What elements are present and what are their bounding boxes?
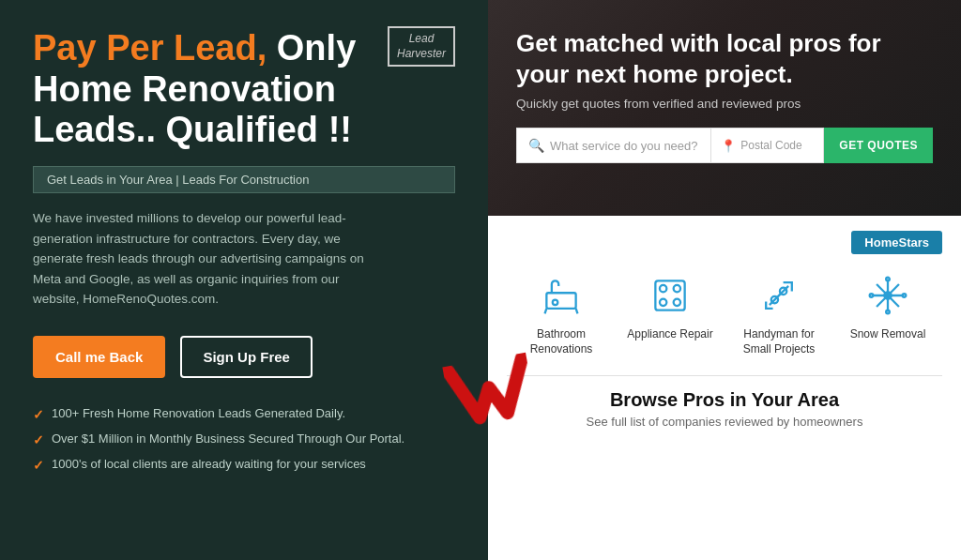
right-hero: Get matched with local pros for your nex… [488, 0, 961, 216]
vs-arrow-container [442, 353, 539, 445]
svg-point-3 [553, 300, 558, 306]
homestars-badge: HomeStars [851, 231, 942, 254]
postal-code-input[interactable]: 📍 Postal Code [711, 128, 824, 163]
checklist-item-1: ✓ 100+ Fresh Home Renovation Leads Gener… [33, 406, 455, 422]
hero-title: Get matched with local pros for your nex… [516, 28, 933, 89]
right-bottom: HomeStars BathroomRenovations [488, 216, 961, 560]
right-panel: Get matched with local pros for your nex… [488, 0, 961, 560]
service-handyman[interactable]: Handyman forSmall Projects [725, 265, 833, 362]
services-grid: BathroomRenovations Appliance Repair [507, 265, 942, 362]
svg-point-17 [886, 310, 890, 314]
svg-point-5 [660, 285, 666, 292]
location-icon: 📍 [721, 139, 736, 153]
svg-line-1 [545, 309, 547, 314]
description-text: We have invested millions to develop our… [33, 208, 380, 310]
bath-icon [537, 271, 586, 320]
hero-subtitle: Quickly get quotes from verified and rev… [516, 97, 933, 111]
service-bathroom[interactable]: BathroomRenovations [507, 265, 616, 362]
browse-subtitle: See full list of companies reviewed by h… [507, 415, 942, 429]
search-service-input[interactable]: 🔍 What service do you need? [516, 128, 711, 163]
svg-line-2 [576, 309, 578, 314]
call-me-back-button[interactable]: Call me Back [33, 336, 165, 378]
left-panel: Lead Harvester Pay Per Lead, OnlyHome Re… [0, 0, 488, 560]
service-snow[interactable]: Snow Removal [833, 265, 942, 348]
hero-content: Get matched with local pros for your nex… [516, 28, 933, 163]
service-appliance[interactable]: Appliance Repair [616, 265, 725, 348]
service-appliance-label: Appliance Repair [627, 327, 712, 342]
divider [507, 375, 942, 376]
service-snow-label: Snow Removal [850, 327, 926, 342]
browse-title: Browse Pros in Your Area [507, 389, 942, 411]
svg-point-8 [674, 299, 680, 306]
svg-point-7 [660, 299, 666, 306]
check-icon-3: ✓ [33, 458, 44, 473]
check-icon-1: ✓ [33, 407, 44, 422]
check-icon-2: ✓ [33, 432, 44, 447]
svg-point-16 [886, 278, 890, 281]
get-quotes-button[interactable]: GET QUOTES [824, 128, 933, 163]
postal-placeholder: Postal Code [740, 139, 801, 152]
lead-harvester-badge: Lead Harvester [388, 26, 455, 67]
subtitle-badge: Get Leads in Your Area | Leads For Const… [33, 166, 455, 193]
handyman-icon [755, 271, 803, 320]
checklist: ✓ 100+ Fresh Home Renovation Leads Gener… [33, 406, 455, 473]
service-handyman-label: Handyman forSmall Projects [743, 327, 816, 356]
appliance-icon [646, 271, 694, 320]
checklist-item-3: ✓ 1000's of local clients are already wa… [33, 457, 455, 473]
buttons-row: Call me Back Sign Up Free [33, 336, 455, 378]
svg-rect-4 [655, 280, 684, 310]
checklist-item-2: ✓ Over $1 Million in Monthly Business Se… [33, 431, 455, 447]
svg-rect-0 [546, 293, 575, 309]
svg-point-6 [674, 285, 680, 292]
service-bathroom-label: BathroomRenovations [530, 327, 593, 356]
search-bar: 🔍 What service do you need? 📍 Postal Cod… [516, 128, 933, 163]
sign-up-free-button[interactable]: Sign Up Free [180, 336, 313, 378]
homestars-header: HomeStars [507, 231, 942, 254]
search-icon: 🔍 [528, 138, 544, 153]
browse-section: Browse Pros in Your Area See full list o… [507, 389, 942, 429]
snow-icon [863, 271, 912, 320]
vs-arrow-icon [442, 353, 539, 441]
search-service-placeholder: What service do you need? [550, 139, 698, 153]
headline-orange: Pay Per Lead, [33, 28, 267, 68]
